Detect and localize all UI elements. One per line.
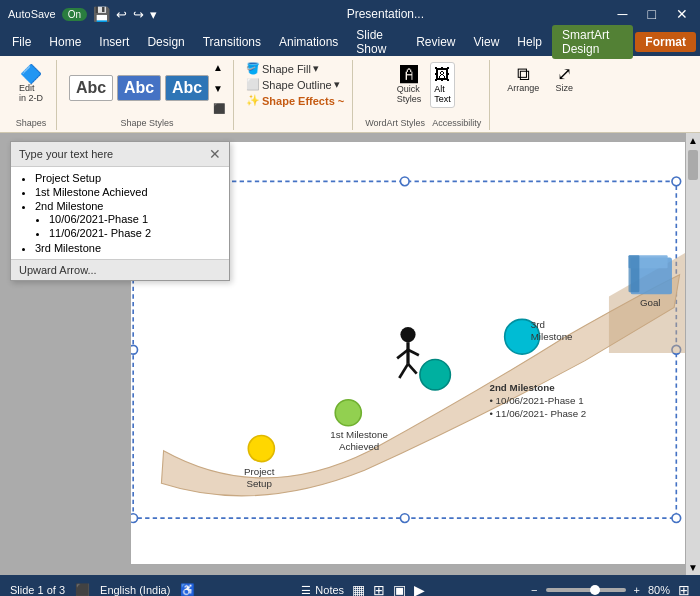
ribbon-group-shapes: 🔷 Editin 2-D Shapes xyxy=(6,60,57,130)
svg-text:Goal: Goal xyxy=(640,297,661,308)
view-slide-sorter-icon[interactable]: ⊞ xyxy=(373,582,385,596)
list-item-milestone3: 3rd Milestone xyxy=(35,241,221,255)
notes-label: Notes xyxy=(315,584,344,596)
svg-point-3 xyxy=(672,177,681,186)
menu-transitions[interactable]: Transitions xyxy=(195,32,269,52)
outline-arrow: ▾ xyxy=(334,78,340,91)
styles-scroll-up[interactable]: ▲ xyxy=(213,62,225,73)
zoom-in-icon[interactable]: + xyxy=(634,584,640,596)
wordart-label: WordArt Styles Accessibility xyxy=(365,116,481,128)
tab-smartart-design[interactable]: SmartArt Design xyxy=(552,25,633,59)
more-icon[interactable]: ▾ xyxy=(150,7,157,22)
shape-style-box-3[interactable]: Abc xyxy=(165,75,209,101)
zoom-thumb xyxy=(590,585,600,595)
svg-text:3rd: 3rd xyxy=(531,319,545,330)
zoom-slider[interactable] xyxy=(546,588,626,592)
arrange-size-row: ⧉ Arrange ⤢ Size xyxy=(502,62,580,96)
slide-view-icon[interactable]: ⬛ xyxy=(75,583,90,596)
menu-animations[interactable]: Animations xyxy=(271,32,346,52)
list-item-phase1: 10/06/2021-Phase 1 xyxy=(49,212,221,226)
zoom-out-icon[interactable]: − xyxy=(531,584,537,596)
notes-button[interactable]: ☰ Notes xyxy=(301,584,344,597)
text-panel-header: Type your text here ✕ xyxy=(11,142,229,167)
text-panel-footer[interactable]: Upward Arrow... xyxy=(11,259,229,280)
svg-line-16 xyxy=(399,364,408,378)
shape-fill-row: 🪣 Shape Fill ▾ ⬜ Shape Outline ▾ ✨ Shape… xyxy=(246,62,344,107)
svg-text:2nd Milestone: 2nd Milestone xyxy=(489,382,555,393)
svg-point-7 xyxy=(400,514,409,523)
svg-text:Project: Project xyxy=(244,466,275,477)
shape-fill-button[interactable]: 🪣 Shape Fill ▾ xyxy=(246,62,344,75)
autosave-toggle[interactable]: On xyxy=(62,8,87,21)
save-icon[interactable]: 💾 xyxy=(93,6,110,22)
tab-format[interactable]: Format xyxy=(635,32,696,52)
scroll-up-button[interactable]: ▲ xyxy=(686,133,700,148)
scroll-down-button[interactable]: ▼ xyxy=(686,560,700,575)
language-info: English (India) xyxy=(100,584,170,596)
edit-2d-button[interactable]: 🔷 Editin 2-D xyxy=(14,62,48,106)
size-button[interactable]: ⤢ Size xyxy=(548,62,580,96)
shapes-icons: 🔷 Editin 2-D xyxy=(14,62,48,106)
text-panel-body: Project Setup 1st Milestone Achieved 2nd… xyxy=(11,167,229,259)
text-panel-close-button[interactable]: ✕ xyxy=(209,146,221,162)
svg-rect-11 xyxy=(629,255,640,292)
view-normal-icon[interactable]: ▦ xyxy=(352,582,365,596)
svg-point-18 xyxy=(248,436,274,462)
styles-more[interactable]: ⬛ xyxy=(213,103,225,114)
menu-view[interactable]: View xyxy=(466,32,508,52)
menu-home[interactable]: Home xyxy=(41,32,89,52)
svg-point-4 xyxy=(131,345,138,354)
svg-line-17 xyxy=(408,364,417,374)
shape-styles-label: Shape Styles xyxy=(120,116,173,128)
list-item-milestone1: 1st Milestone Achieved xyxy=(35,185,221,199)
menu-slideshow[interactable]: Slide Show xyxy=(348,25,406,59)
redo-icon[interactable]: ↪ xyxy=(133,7,144,22)
list-item-setup: Project Setup xyxy=(35,171,221,185)
shape-style-box-1[interactable]: Abc xyxy=(69,75,113,101)
scroll-thumb[interactable] xyxy=(688,150,698,180)
presentation-title: Presentation... xyxy=(347,7,424,21)
svg-text:Setup: Setup xyxy=(246,478,272,489)
shapes-group-label: Shapes xyxy=(16,116,47,128)
view-slideshow-icon[interactable]: ▶ xyxy=(414,582,425,596)
alt-text-label: AltText xyxy=(434,84,451,104)
menu-file[interactable]: File xyxy=(4,32,39,52)
svg-point-6 xyxy=(131,514,138,523)
menu-help[interactable]: Help xyxy=(509,32,550,52)
view-reading-icon[interactable]: ▣ xyxy=(393,582,406,596)
shape-outline-button[interactable]: ⬜ Shape Outline ▾ xyxy=(246,78,344,91)
svg-point-2 xyxy=(400,177,409,186)
scrollbar-vertical[interactable]: ▲ ▼ xyxy=(686,133,700,575)
quick-row: 🅰 QuickStyles 🖼 AltText xyxy=(392,62,455,108)
style-boxes-row: Abc Abc Abc ▲ ▼ ⬛ xyxy=(69,62,225,114)
svg-text:Milestone: Milestone xyxy=(531,331,573,342)
shape-effects-button[interactable]: ✨ Shape Effects ~ xyxy=(246,94,344,107)
menu-design[interactable]: Design xyxy=(139,32,192,52)
styles-scroll-down[interactable]: ▼ xyxy=(213,83,225,94)
accessibility-icon[interactable]: ♿ xyxy=(180,583,195,596)
fit-to-window-icon[interactable]: ⊞ xyxy=(678,582,690,596)
close-button[interactable]: ✕ xyxy=(672,6,692,22)
quick-styles-label: QuickStyles xyxy=(397,84,422,104)
svg-point-8 xyxy=(672,514,681,523)
fill-icon: 🪣 xyxy=(246,62,260,75)
arrange-button[interactable]: ⧉ Arrange xyxy=(502,62,544,96)
menu-bar: File Home Insert Design Transitions Anim… xyxy=(0,28,700,56)
alt-text-icon: 🖼 xyxy=(434,66,450,84)
alt-text-button[interactable]: 🖼 AltText xyxy=(430,62,455,108)
minimize-button[interactable]: ─ xyxy=(614,6,632,22)
ribbon-group-arrange: ⧉ Arrange ⤢ Size xyxy=(494,60,588,130)
size-label: Size xyxy=(555,83,573,93)
title-bar: AutoSave On 💾 ↩ ↪ ▾ Presentation... ─ □ … xyxy=(0,0,700,28)
restore-button[interactable]: □ xyxy=(644,6,660,22)
autosave-label: AutoSave xyxy=(8,8,56,20)
menu-insert[interactable]: Insert xyxy=(91,32,137,52)
status-left: Slide 1 of 3 ⬛ English (India) ♿ xyxy=(10,583,195,596)
list-item-milestone2: 2nd Milestone 10/06/2021-Phase 1 11/06/2… xyxy=(35,199,221,241)
shape-style-box-2[interactable]: Abc xyxy=(117,75,161,101)
quick-styles-button[interactable]: 🅰 QuickStyles xyxy=(392,63,427,107)
undo-icon[interactable]: ↩ xyxy=(116,7,127,22)
notes-icon: ☰ xyxy=(301,584,311,597)
menu-review[interactable]: Review xyxy=(408,32,463,52)
status-right: − + 80% ⊞ xyxy=(531,582,690,596)
